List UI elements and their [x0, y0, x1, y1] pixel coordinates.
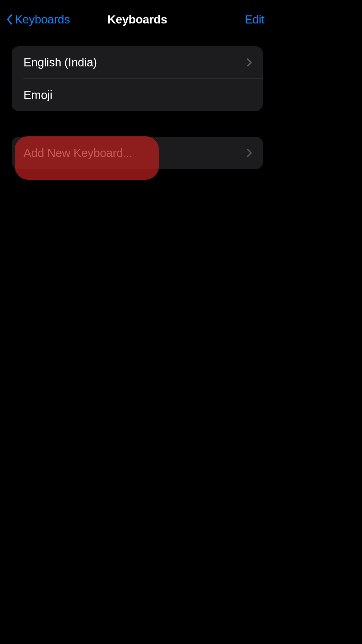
keyboard-item-label: Emoji: [23, 88, 52, 102]
keyboard-item-english-india[interactable]: English (India): [12, 46, 263, 78]
nav-bar: Keyboards Keyboards Edit: [0, 0, 275, 33]
back-label: Keyboards: [15, 13, 70, 26]
page-title: Keyboards: [107, 13, 167, 26]
add-new-keyboard-label: Add New Keyboard...: [23, 146, 132, 160]
chevron-right-icon: [246, 57, 253, 67]
back-button[interactable]: Keyboards: [6, 13, 70, 26]
content: English (India) Emoji Add New Keyboard..…: [0, 33, 275, 169]
chevron-left-icon: [6, 13, 13, 25]
edit-button[interactable]: Edit: [245, 13, 264, 26]
chevron-right-icon: [246, 148, 253, 158]
add-new-keyboard-button[interactable]: Add New Keyboard...: [12, 137, 263, 169]
keyboard-item-emoji[interactable]: Emoji: [12, 79, 263, 111]
keyboards-list-group: English (India) Emoji: [12, 46, 263, 111]
add-keyboard-group: Add New Keyboard...: [12, 137, 263, 169]
keyboard-item-label: English (India): [23, 56, 97, 69]
